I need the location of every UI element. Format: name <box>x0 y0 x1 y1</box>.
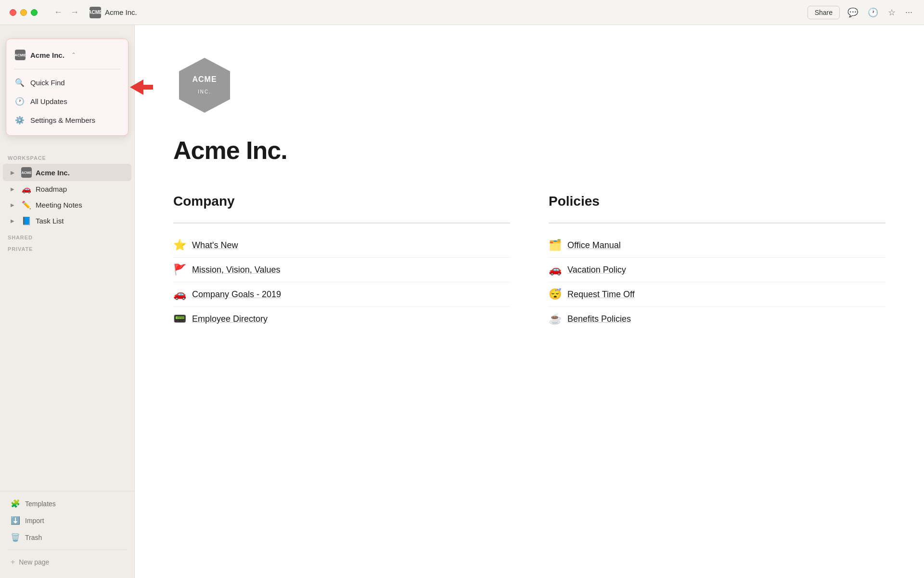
roadmap-emoji-icon: 🚗 <box>21 184 32 194</box>
acme-logo: ACME INC. <box>173 54 236 117</box>
whats-new-link[interactable]: ⭐ What's New <box>173 233 510 258</box>
workspace-section-label: WORKSPACE <box>0 155 134 164</box>
benefits-policies-link[interactable]: ☕ Benefits Policies <box>549 307 886 331</box>
templates-icon: 🧩 <box>11 499 20 508</box>
nav-buttons: ← → <box>51 5 82 19</box>
page-logo: ACME INC. <box>173 54 886 117</box>
sidebar-item-task-list[interactable]: ▶ 📘 Task List <box>3 213 131 229</box>
svg-marker-1 <box>179 58 230 113</box>
shared-label: SHARED <box>0 235 134 243</box>
acme-arrow-icon: ▶ <box>11 170 17 175</box>
benefits-policies-emoji-icon: ☕ <box>549 313 562 325</box>
vacation-policy-emoji-icon: 🚗 <box>549 263 562 276</box>
share-button[interactable]: Share <box>808 6 840 19</box>
import-item[interactable]: ⬇️ Import <box>3 512 131 529</box>
templates-item[interactable]: 🧩 Templates <box>3 495 131 512</box>
comment-icon[interactable]: 💬 <box>846 5 860 20</box>
trash-label: Trash <box>25 534 42 541</box>
company-divider <box>173 223 510 223</box>
forward-button[interactable]: → <box>67 5 82 19</box>
company-goals-link[interactable]: 🚗 Company Goals - 2019 <box>173 282 510 307</box>
meeting-notes-label: Meeting Notes <box>36 201 82 209</box>
svg-marker-0 <box>130 79 153 95</box>
all-updates-item[interactable]: 🕐 All Updates <box>6 92 128 111</box>
quick-find-label: Quick Find <box>30 79 65 87</box>
popup-workspace-header[interactable]: ACME Acme Inc. ⌃ <box>6 45 128 65</box>
task-list-emoji-icon: 📘 <box>21 216 32 225</box>
mission-link[interactable]: 🚩 Mission, Vision, Values <box>173 258 510 282</box>
settings-icon: ⚙️ <box>15 116 25 125</box>
history-icon[interactable]: 🕐 <box>866 5 880 20</box>
import-label: Import <box>25 517 44 525</box>
benefits-policies-label: Benefits Policies <box>567 314 631 324</box>
employee-directory-emoji-icon: 📟 <box>173 313 186 325</box>
request-time-off-link[interactable]: 😴 Request Time Off <box>549 282 886 307</box>
mission-emoji-icon: 🚩 <box>173 263 186 276</box>
updates-icon: 🕐 <box>15 97 25 106</box>
page-title: Acme Inc. <box>173 136 886 165</box>
popup-workspace-icon: ACME <box>15 50 26 60</box>
star-icon[interactable]: ☆ <box>886 5 898 20</box>
vacation-policy-link[interactable]: 🚗 Vacation Policy <box>549 258 886 282</box>
close-button[interactable] <box>10 9 16 16</box>
policies-column-title: Policies <box>549 194 886 209</box>
popup-workspace-name: Acme Inc. <box>30 51 64 59</box>
sidebar-item-meeting-notes[interactable]: ▶ ✏️ Meeting Notes <box>3 197 131 213</box>
red-arrow-indicator <box>130 79 153 95</box>
content-columns: Company ⭐ What's New 🚩 Mission, Vision, … <box>173 194 886 331</box>
settings-label: Settings & Members <box>30 116 95 124</box>
popup-divider <box>14 69 120 69</box>
vacation-policy-label: Vacation Policy <box>567 265 626 275</box>
svg-text:INC.: INC. <box>198 89 211 94</box>
sidebar-bottom: 🧩 Templates ⬇️ Import 🗑️ Trash + New pag… <box>0 491 134 578</box>
popup-workspace-chevron: ⌃ <box>71 52 76 58</box>
app-body: ACME Acme Inc. ⌃ 🔍 Quick Find 🕐 All Upda… <box>0 25 924 578</box>
traffic-lights <box>10 9 38 16</box>
new-page-divider <box>8 550 127 550</box>
request-time-off-label: Request Time Off <box>567 289 635 300</box>
new-page-plus-icon: + <box>11 558 15 566</box>
workspace-section: WORKSPACE ▶ ACME Acme Inc. ▶ 🚗 Roadmap ▶… <box>0 155 134 229</box>
mission-label: Mission, Vision, Values <box>192 265 280 275</box>
import-icon: ⬇️ <box>11 516 20 525</box>
more-icon[interactable]: ··· <box>903 5 914 19</box>
new-page-label: New page <box>19 558 49 566</box>
templates-label: Templates <box>25 500 56 508</box>
office-manual-label: Office Manual <box>567 240 621 250</box>
breadcrumb: ACME Acme Inc. <box>90 7 137 18</box>
sidebar-item-roadmap[interactable]: ▶ 🚗 Roadmap <box>3 181 131 197</box>
roadmap-arrow-icon: ▶ <box>11 186 17 192</box>
office-manual-link[interactable]: 🗂️ Office Manual <box>549 233 886 258</box>
private-label: PRIVATE <box>0 246 134 255</box>
svg-text:ACME: ACME <box>192 75 217 83</box>
trash-item[interactable]: 🗑️ Trash <box>3 529 131 546</box>
quick-find-item[interactable]: 🔍 Quick Find <box>6 73 128 92</box>
company-goals-label: Company Goals - 2019 <box>192 289 281 300</box>
office-manual-emoji-icon: 🗂️ <box>549 239 562 251</box>
shared-section: SHARED <box>0 229 134 244</box>
task-list-arrow-icon: ▶ <box>11 218 17 223</box>
settings-item[interactable]: ⚙️ Settings & Members <box>6 111 128 130</box>
trash-icon: 🗑️ <box>11 533 20 542</box>
roadmap-label: Roadmap <box>36 185 67 193</box>
whats-new-label: What's New <box>192 240 238 250</box>
employee-directory-label: Employee Directory <box>192 314 268 324</box>
minimize-button[interactable] <box>20 9 27 16</box>
policies-divider <box>549 223 886 223</box>
company-goals-emoji-icon: 🚗 <box>173 288 186 301</box>
search-icon: 🔍 <box>15 78 25 87</box>
sidebar-item-acme[interactable]: ▶ ACME Acme Inc. <box>3 164 131 181</box>
policies-column: Policies 🗂️ Office Manual 🚗 Vacation Pol… <box>549 194 886 331</box>
sidebar: ACME Acme Inc. ⌃ 🔍 Quick Find 🕐 All Upda… <box>0 25 135 578</box>
company-column-title: Company <box>173 194 510 209</box>
maximize-button[interactable] <box>31 9 38 16</box>
request-time-off-emoji-icon: 😴 <box>549 288 562 301</box>
titlebar: ← → ACME Acme Inc. Share 💬 🕐 ☆ ··· <box>0 0 924 25</box>
meeting-notes-emoji-icon: ✏️ <box>21 200 32 210</box>
all-updates-label: All Updates <box>30 97 67 105</box>
new-page-item[interactable]: + New page <box>3 554 131 570</box>
employee-directory-link[interactable]: 📟 Employee Directory <box>173 307 510 331</box>
sidebar-popup: ACME Acme Inc. ⌃ 🔍 Quick Find 🕐 All Upda… <box>6 39 128 136</box>
whats-new-emoji-icon: ⭐ <box>173 239 186 251</box>
back-button[interactable]: ← <box>51 5 65 19</box>
